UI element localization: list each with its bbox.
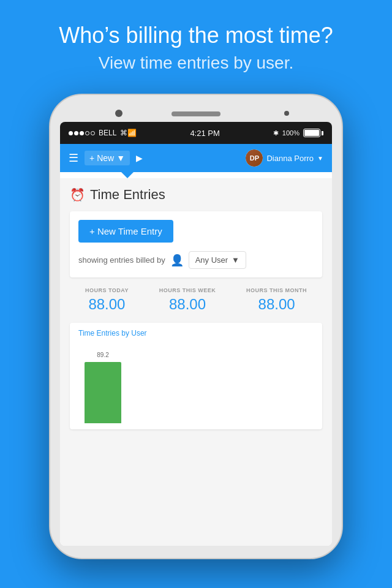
page-title: Time Entries [90,187,165,203]
filter-row: showing entries billed by 👤 Any User ▼ [78,251,314,269]
header-line1: Who’s billing the most time? [24,22,368,48]
new-menu-button[interactable]: + New ▼ [85,151,130,165]
user-chevron-icon: ▼ [317,155,323,162]
signal-dot-3 [80,131,84,135]
status-left: BELL ⌘📶 [69,129,137,137]
new-time-entry-button[interactable]: + New Time Entry [78,220,173,243]
phone-mockup: BELL ⌘📶 4:21 PM ✱ 100% [0,94,392,559]
chart-card: Time Entries by User 89.2 [70,323,322,429]
header-section: Who’s billing the most time? View time e… [0,0,392,88]
play-icon[interactable]: ▶ [136,153,143,163]
phone-top-bar [60,105,332,122]
bluetooth-icon: ✱ [273,129,279,137]
phone-screen: BELL ⌘📶 4:21 PM ✱ 100% [60,122,332,546]
user-filter-icon: 👤 [170,254,184,267]
user-select-dropdown[interactable]: Any User ▼ [189,251,246,269]
signal-dot-2 [74,131,78,135]
phone-speaker [172,111,221,116]
stats-row: HOURS TODAY 88.00 HOURS THIS WEEK 88.00 … [70,287,322,313]
page-title-row: ⏰ Time Entries [70,187,322,203]
stat-today-label: HOURS TODAY [85,287,129,293]
status-right: ✱ 100% [273,129,323,137]
signal-dot-1 [69,131,73,135]
any-user-label: Any User [195,255,228,265]
wifi-icon: ⌘📶 [120,129,137,137]
page-content: ⏰ Time Entries + New Time Entry showing … [60,178,332,546]
hamburger-icon[interactable]: ☰ [69,151,78,165]
header-line2: View time entries by user. [24,53,368,73]
new-plus-icon: + [89,153,94,163]
battery-fill [304,130,319,136]
status-time: 4:21 PM [190,129,219,138]
nav-bar: ☰ + New ▼ ▶ DP Dianna Porro ▼ [60,144,332,172]
select-chevron-icon: ▼ [232,255,239,265]
phone-dot [284,111,289,116]
battery-body [303,129,320,137]
chart-bar-group: 89.2 [85,352,121,423]
signal-dot-4 [85,131,89,135]
signal-dot-5 [91,131,95,135]
carrier-label: BELL [99,129,116,137]
new-chevron-icon: ▼ [116,153,125,163]
stat-today-value: 88.00 [85,296,129,313]
stat-hours-month: HOURS THIS MONTH 88.00 [246,287,307,313]
stat-week-label: HOURS THIS WEEK [159,287,216,293]
battery-tip [322,131,323,135]
phone-body: BELL ⌘📶 4:21 PM ✱ 100% [49,94,343,559]
nav-left: ☰ + New ▼ ▶ [69,151,143,165]
chart-title: Time Entries by User [78,329,314,337]
battery-percent: 100% [282,129,300,137]
phone-camera [115,110,123,117]
chart-bar [85,362,121,423]
action-card: + New Time Entry showing entries billed … [70,211,322,277]
new-label: New [97,153,114,163]
chart-bar-value: 89.2 [97,352,108,358]
new-time-entry-label: + New Time Entry [89,226,162,236]
filter-label: showing entries billed by [78,255,165,265]
nav-user-area[interactable]: DP Dianna Porro ▼ [246,149,323,167]
clock-icon: ⏰ [70,187,85,202]
stat-hours-week: HOURS THIS WEEK 88.00 [159,287,216,313]
status-bar: BELL ⌘📶 4:21 PM ✱ 100% [60,122,332,144]
nav-pointer [121,172,134,178]
stat-hours-today: HOURS TODAY 88.00 [85,287,129,313]
stat-month-value: 88.00 [246,296,307,313]
stat-month-label: HOURS THIS MONTH [246,287,307,293]
chart-area: 89.2 [78,344,314,423]
stat-week-value: 88.00 [159,296,216,313]
avatar: DP [246,149,263,167]
battery-icon [303,129,323,137]
user-name: Dianna Porro [266,154,314,163]
avatar-image: DP [246,149,263,167]
